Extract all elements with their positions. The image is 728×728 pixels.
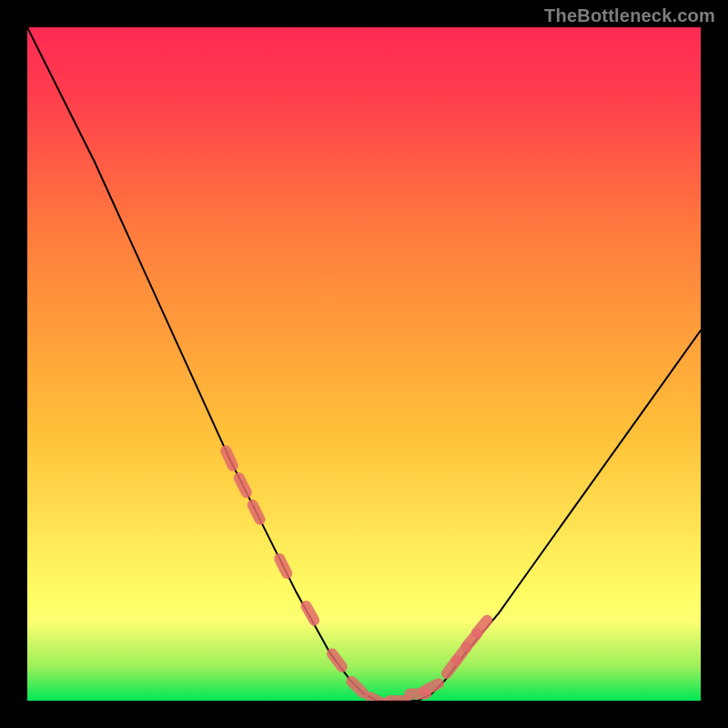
chart-frame: TheBottleneck.com [0, 0, 728, 728]
plot-area [27, 27, 701, 701]
chart-canvas [27, 27, 701, 701]
watermark-label: TheBottleneck.com [544, 5, 715, 26]
gradient-background [27, 27, 701, 701]
